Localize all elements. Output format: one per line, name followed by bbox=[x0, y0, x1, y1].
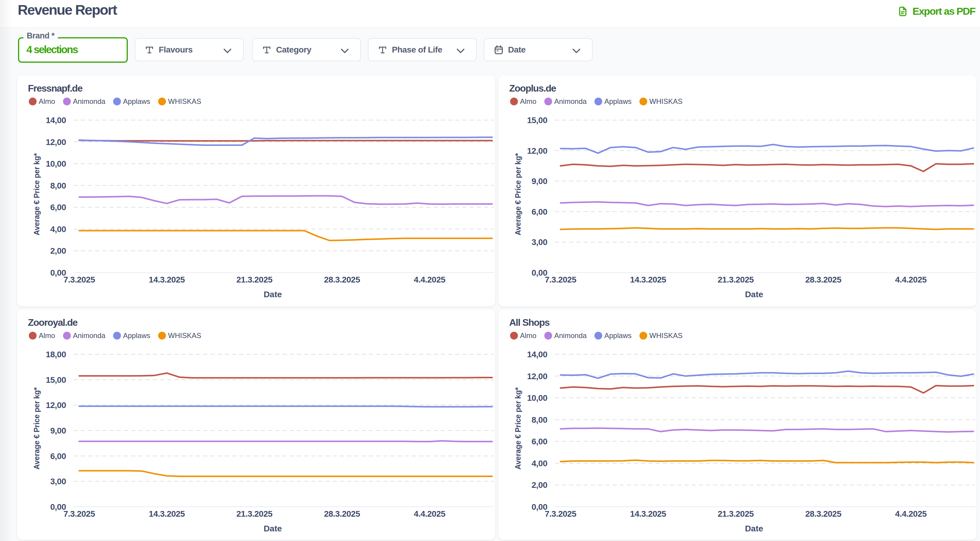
svg-text:6,00: 6,00 bbox=[51, 203, 66, 212]
svg-text:7.3.2025: 7.3.2025 bbox=[545, 275, 576, 284]
svg-text:Date: Date bbox=[264, 290, 282, 299]
svg-text:12,00: 12,00 bbox=[527, 146, 547, 155]
svg-text:2,00: 2,00 bbox=[51, 246, 66, 255]
svg-text:14.3.2025: 14.3.2025 bbox=[149, 509, 185, 519]
svg-text:6,00: 6,00 bbox=[532, 207, 547, 217]
svg-text:6,00: 6,00 bbox=[51, 452, 66, 461]
svg-text:3,00: 3,00 bbox=[51, 477, 66, 486]
svg-text:28.3.2025: 28.3.2025 bbox=[324, 275, 360, 284]
svg-text:4,00: 4,00 bbox=[51, 225, 66, 234]
svg-text:10,00: 10,00 bbox=[46, 159, 66, 168]
svg-text:28.3.2025: 28.3.2025 bbox=[805, 509, 842, 519]
svg-text:12,00: 12,00 bbox=[46, 137, 66, 147]
svg-text:Date: Date bbox=[745, 290, 764, 299]
svg-text:8,00: 8,00 bbox=[51, 181, 66, 190]
svg-text:Almo: Almo bbox=[39, 97, 55, 105]
svg-text:2,00: 2,00 bbox=[532, 480, 547, 490]
svg-text:28.3.2025: 28.3.2025 bbox=[324, 509, 360, 519]
svg-text:7.3.2025: 7.3.2025 bbox=[64, 509, 95, 519]
svg-text:12,00: 12,00 bbox=[46, 401, 66, 410]
svg-text:21.3.2025: 21.3.2025 bbox=[718, 275, 754, 284]
svg-text:Applaws: Applaws bbox=[123, 97, 150, 105]
svg-text:Applaws: Applaws bbox=[605, 332, 632, 340]
svg-text:21.3.2025: 21.3.2025 bbox=[718, 509, 754, 519]
svg-text:14,00: 14,00 bbox=[527, 350, 547, 359]
svg-text:Zooplus.de: Zooplus.de bbox=[509, 83, 556, 94]
svg-text:7.3.2025: 7.3.2025 bbox=[64, 275, 95, 284]
svg-text:14.3.2025: 14.3.2025 bbox=[630, 275, 666, 284]
svg-text:Almo: Almo bbox=[520, 332, 536, 340]
svg-text:14.3.2025: 14.3.2025 bbox=[149, 275, 185, 284]
svg-text:Date: Date bbox=[264, 524, 282, 533]
svg-text:14,00: 14,00 bbox=[46, 116, 66, 125]
svg-text:18,00: 18,00 bbox=[46, 350, 66, 359]
svg-text:Average € Price per kg*: Average € Price per kg* bbox=[32, 153, 41, 235]
svg-text:9,00: 9,00 bbox=[51, 426, 66, 435]
svg-text:WHISKAS: WHISKAS bbox=[168, 332, 201, 340]
svg-text:Average € Price per kg*: Average € Price per kg* bbox=[514, 153, 522, 235]
svg-text:10,00: 10,00 bbox=[527, 393, 547, 402]
svg-text:Animonda: Animonda bbox=[554, 97, 587, 105]
svg-text:All Shops: All Shops bbox=[509, 317, 550, 328]
svg-text:Animonda: Animonda bbox=[554, 332, 587, 340]
svg-text:21.3.2025: 21.3.2025 bbox=[237, 509, 272, 519]
svg-text:Almo: Almo bbox=[520, 97, 536, 105]
svg-text:9,00: 9,00 bbox=[532, 177, 547, 186]
svg-text:WHISKAS: WHISKAS bbox=[649, 332, 682, 340]
svg-text:6,00: 6,00 bbox=[532, 437, 547, 446]
svg-text:15,00: 15,00 bbox=[527, 116, 547, 125]
svg-text:WHISKAS: WHISKAS bbox=[168, 97, 201, 105]
svg-text:12,00: 12,00 bbox=[527, 372, 547, 381]
svg-text:3,00: 3,00 bbox=[532, 238, 547, 247]
svg-text:4.4.2025: 4.4.2025 bbox=[414, 275, 445, 284]
svg-text:14.3.2025: 14.3.2025 bbox=[630, 509, 666, 519]
svg-text:Date: Date bbox=[745, 524, 764, 533]
svg-text:21.3.2025: 21.3.2025 bbox=[237, 275, 272, 284]
svg-text:7.3.2025: 7.3.2025 bbox=[545, 509, 576, 519]
svg-text:Animonda: Animonda bbox=[73, 97, 106, 105]
svg-text:Almo: Almo bbox=[39, 332, 55, 340]
svg-text:4,00: 4,00 bbox=[532, 459, 547, 468]
svg-text:28.3.2025: 28.3.2025 bbox=[805, 275, 842, 284]
svg-text:Zooroyal.de: Zooroyal.de bbox=[28, 317, 78, 328]
svg-text:Average € Price per kg*: Average € Price per kg* bbox=[32, 387, 41, 469]
svg-text:Applaws: Applaws bbox=[605, 97, 632, 105]
svg-text:8,00: 8,00 bbox=[532, 415, 547, 425]
svg-text:15,00: 15,00 bbox=[46, 375, 66, 385]
svg-text:Animonda: Animonda bbox=[73, 332, 106, 340]
svg-text:Average € Price per kg*: Average € Price per kg* bbox=[514, 387, 522, 469]
svg-text:4.4.2025: 4.4.2025 bbox=[895, 509, 927, 519]
svg-text:Applaws: Applaws bbox=[123, 332, 150, 340]
svg-text:4.4.2025: 4.4.2025 bbox=[895, 275, 927, 284]
svg-text:4.4.2025: 4.4.2025 bbox=[414, 509, 445, 519]
svg-text:WHISKAS: WHISKAS bbox=[649, 97, 682, 105]
svg-text:Fressnapf.de: Fressnapf.de bbox=[28, 83, 83, 94]
